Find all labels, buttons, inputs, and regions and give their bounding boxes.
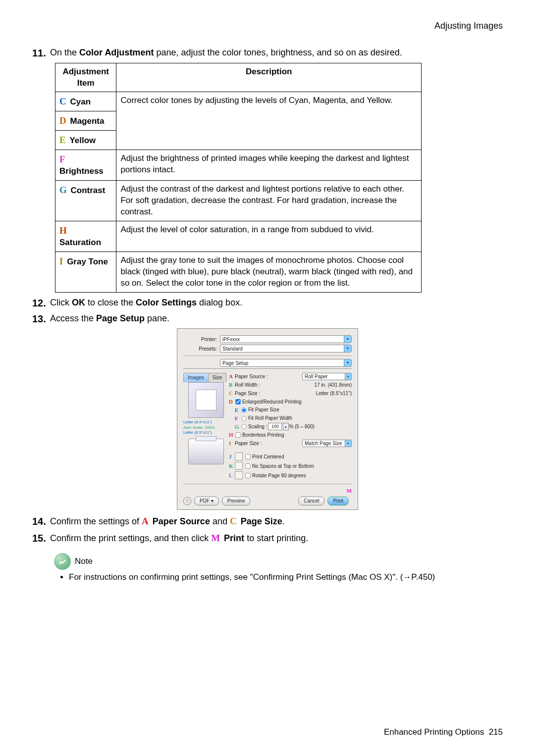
letter-a: A	[229, 373, 234, 380]
text: Confirm the print settings, and then cli…	[50, 533, 211, 543]
th-desc: Description	[116, 63, 422, 92]
note-block: Note For instructions on confirming prin…	[54, 553, 503, 583]
tab-size[interactable]: Size	[208, 373, 226, 382]
letter-f: F	[235, 415, 240, 422]
letter-g: G	[235, 423, 240, 431]
step-number: 11.	[32, 47, 46, 60]
page-setup-dialog: Printer: iPFxxxx▾ Presets: Standard▾ Pag…	[177, 328, 358, 510]
paper-size-select[interactable]: Match Page Size▾	[302, 440, 352, 447]
letter-l: L	[229, 472, 234, 479]
presets-select[interactable]: Standard▾	[220, 345, 352, 353]
text: to start printing.	[244, 533, 308, 543]
cancel-button[interactable]: Cancel	[298, 497, 324, 505]
fit-paper-label: Fit Paper Size	[248, 406, 279, 413]
nospaces-icon	[235, 462, 243, 470]
no-spaces-checkbox[interactable]	[245, 463, 250, 468]
bold: Color Settings	[136, 298, 197, 307]
paper-source-select[interactable]: Roll Paper▾	[302, 373, 352, 380]
page-header: Adjusting Images	[32, 20, 503, 32]
print-centered-label: Print Centered	[252, 454, 284, 460]
note-title: Note	[75, 556, 93, 567]
th-item: Adjustment Item	[55, 63, 116, 92]
letter-c: C	[230, 516, 237, 526]
cell-contrast: G Contrast	[55, 181, 116, 221]
page-size-value: Letter (8.5"x11")	[316, 390, 352, 397]
letter-m: M	[211, 533, 220, 543]
cell-saturation: H Saturation	[55, 221, 116, 252]
text: pane, adjust the color tones, brightness…	[154, 48, 402, 57]
text: Click	[50, 298, 72, 307]
letter-d: D	[229, 398, 234, 405]
help-button[interactable]: ?	[183, 497, 191, 505]
step-number: 14.	[32, 515, 46, 528]
rotate-icon	[235, 471, 243, 479]
letter-e: E	[59, 135, 66, 145]
bold: OK	[72, 298, 85, 307]
stepper-icon[interactable]: ▴	[283, 423, 289, 430]
presets-label: Presets:	[183, 346, 217, 353]
step-14: 14. Confirm the settings of A Paper Sour…	[32, 515, 503, 528]
letter-b: B	[229, 381, 234, 389]
value: Roll Paper	[305, 373, 328, 380]
label: Contrast	[71, 186, 106, 195]
text: to close the	[85, 298, 136, 307]
bold: Print	[224, 533, 244, 543]
note-item: For instructions on confirming print set…	[69, 572, 503, 583]
fit-paper-radio[interactable]	[241, 407, 246, 412]
tab-images[interactable]: Images	[183, 373, 209, 382]
fit-roll-radio[interactable]	[241, 416, 246, 421]
letter-c: C	[229, 390, 234, 397]
cell-saturation-desc: Adjust the level of color saturation, in…	[116, 221, 422, 252]
fit-roll-label: Fit Roll Paper Width	[248, 415, 292, 422]
rotate-checkbox[interactable]	[245, 473, 250, 478]
enlarged-label: Enlarged/Reduced Printing	[242, 399, 302, 405]
adjustment-table: Adjustment ItemDescription C Cyan Correc…	[55, 63, 422, 293]
bold: Paper Source	[153, 516, 210, 526]
printer-select[interactable]: iPFxxxx▾	[220, 335, 352, 343]
cell-brightness: F Brightness	[55, 150, 116, 181]
preview-button[interactable]: Preview	[222, 497, 251, 505]
paper-size-label: Paper Size :	[235, 440, 300, 447]
scaling-radio[interactable]	[241, 424, 246, 429]
label: Saturation	[59, 238, 101, 247]
rotate-label: Rotate Page 90 degrees	[252, 472, 306, 479]
step-11: 11. On the Color Adjustment pane, adjust…	[32, 47, 503, 58]
pdf-button[interactable]: PDF ▾	[194, 497, 219, 505]
print-button[interactable]: Print	[327, 497, 349, 505]
page-footer: Enhanced Printing Options 215	[384, 727, 503, 738]
roll-width-label: Roll Width :	[235, 382, 314, 389]
letter-d: D	[59, 115, 66, 126]
letter-m: M	[347, 488, 352, 494]
letter-h: H	[59, 225, 67, 236]
label: Yellow	[69, 136, 96, 145]
chevron-down-icon: ▾	[345, 440, 351, 447]
enlarged-checkbox[interactable]	[235, 399, 240, 404]
roll-width-value: 17 in. (431.8mm)	[314, 382, 352, 389]
step-number: 15.	[32, 532, 46, 545]
chevron-down-icon: ▾	[345, 373, 351, 380]
page-size-label: Page Size :	[235, 390, 316, 397]
borderless-checkbox[interactable]	[235, 433, 240, 438]
letter-i: I	[59, 256, 63, 266]
centered-icon	[235, 453, 243, 460]
step-number: 13.	[32, 312, 46, 326]
no-spaces-label: No Spaces at Top or Bottom	[252, 463, 314, 470]
left-text: Auto Scale: 100%	[183, 425, 229, 431]
printer-label: Printer:	[183, 336, 217, 343]
scaling-input[interactable]: 100	[268, 423, 282, 430]
letter-g: G	[59, 185, 67, 195]
print-centered-checkbox[interactable]	[245, 454, 250, 459]
letter-f: F	[59, 154, 65, 164]
text: and	[210, 516, 230, 526]
letter-e: E	[235, 406, 240, 414]
cell-graytone-desc: Adjust the gray tone to suit the images …	[116, 252, 422, 292]
chevron-down-icon: ▾	[344, 336, 351, 343]
left-text: Letter (8.5"x11")	[183, 430, 229, 436]
label: Magenta	[70, 116, 104, 126]
printer-value: iPFxxxx	[222, 336, 240, 343]
pane-select[interactable]: Page Setup▾	[220, 359, 352, 367]
letter-i: I	[229, 440, 234, 447]
value: Match Page Size	[305, 440, 342, 447]
bold: Page Setup	[96, 313, 145, 323]
letter-h: H	[229, 431, 234, 439]
